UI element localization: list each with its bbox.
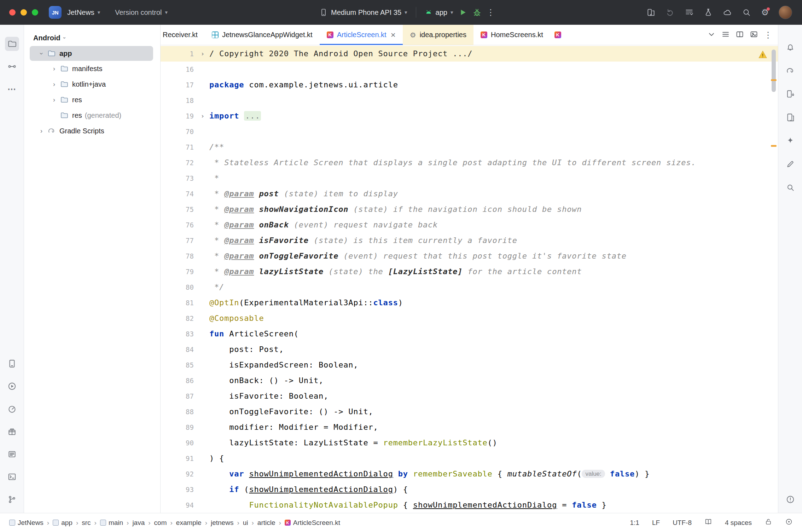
- breadcrumb-item-file[interactable]: K ArticleScreen.kt: [285, 519, 340, 527]
- file-encoding[interactable]: UTF-8: [673, 519, 692, 527]
- code-line-79[interactable]: 79 * @param lazyListState (state) the [L…: [161, 264, 778, 279]
- debug-button[interactable]: [472, 8, 482, 17]
- terminal-icon[interactable]: [5, 470, 19, 484]
- code-line-73[interactable]: 73 *: [161, 170, 778, 186]
- tab-receiver[interactable]: Receiver.kt: [161, 25, 205, 45]
- warning-triangle-icon[interactable]: [758, 50, 767, 59]
- lock-icon[interactable]: [765, 518, 772, 527]
- device-selector[interactable]: Medium Phone API 35 ▾: [319, 8, 407, 17]
- code-line-90[interactable]: 90 lazyListState: LazyListState = rememb…: [161, 435, 778, 451]
- editor[interactable]: 1›/ Copyright 2020 The Android Open Sour…: [161, 45, 778, 513]
- running-devices-icon[interactable]: [783, 110, 797, 125]
- code-line-94[interactable]: 94 FunctionalityNotAvailablePopup { show…: [161, 497, 778, 513]
- breadcrumb-item[interactable]: ui: [243, 519, 248, 527]
- more-run-actions-button[interactable]: ⋮: [487, 8, 495, 17]
- reader-mode-icon[interactable]: [704, 518, 712, 527]
- code-line-86[interactable]: 86 onBack: () -> Unit,: [161, 373, 778, 388]
- close-tab-icon[interactable]: ×: [391, 31, 396, 39]
- run-tool-icon[interactable]: [5, 379, 19, 393]
- device-manager-icon[interactable]: [783, 87, 797, 101]
- version-control-icon[interactable]: [5, 492, 19, 507]
- tab-home-screens[interactable]: K HomeScreens.kt: [473, 25, 550, 45]
- chevron-collapsed-icon[interactable]: ›: [50, 96, 59, 104]
- settings-icon[interactable]: ⚙: [761, 8, 769, 17]
- chevron-expanded-icon[interactable]: ›: [38, 49, 45, 58]
- tree-item-res-generated[interactable]: res (generated): [24, 108, 160, 123]
- chevron-collapsed-icon[interactable]: ›: [50, 81, 59, 88]
- breadcrumb-item[interactable]: example: [176, 519, 202, 527]
- avatar[interactable]: [779, 6, 792, 19]
- more-tools-icon[interactable]: ⋯: [5, 82, 19, 96]
- chevron-collapsed-icon[interactable]: ›: [37, 127, 46, 135]
- code-line-85[interactable]: 85 isExpandedScreen: Boolean,: [161, 357, 778, 373]
- run-config-selector[interactable]: app ▾: [425, 8, 453, 17]
- code-line-17[interactable]: 17package com.example.jetnews.ui.article: [161, 77, 778, 93]
- code-line-16[interactable]: 16: [161, 62, 778, 77]
- problems-icon[interactable]: [783, 492, 797, 507]
- logcat-icon[interactable]: [5, 447, 19, 461]
- fold-toggle-icon[interactable]: ›: [196, 46, 209, 62]
- gemini-icon[interactable]: [783, 134, 797, 148]
- code-line-84[interactable]: 84 post: Post,: [161, 342, 778, 357]
- code-line-18[interactable]: 18: [161, 93, 778, 108]
- code-line-93[interactable]: 93 if (showUnimplementedActionDialog) {: [161, 482, 778, 497]
- cloud-sync-icon[interactable]: [723, 8, 732, 17]
- profiler-icon[interactable]: [5, 402, 19, 416]
- breadcrumb-item[interactable]: main: [100, 519, 123, 527]
- chevron-collapsed-icon[interactable]: ›: [50, 65, 59, 73]
- app-inspection-icon[interactable]: [783, 180, 797, 195]
- breadcrumb-item[interactable]: src: [82, 519, 91, 527]
- breadcrumb-item-module[interactable]: app: [53, 519, 72, 527]
- image-preview-icon[interactable]: [750, 30, 758, 40]
- run-button[interactable]: [458, 8, 467, 17]
- breadcrumb-item[interactable]: article: [257, 519, 275, 527]
- inspections-icon[interactable]: [785, 518, 793, 527]
- code-line-91[interactable]: 91) {: [161, 451, 778, 466]
- code-line-19[interactable]: 19›import ...: [161, 108, 778, 124]
- code-line-76[interactable]: 76 * @param onBack (event) request navig…: [161, 217, 778, 233]
- project-view-selector[interactable]: Android ›: [24, 30, 160, 46]
- code-line-92[interactable]: 92 var showUnimplementedActionDialog by …: [161, 466, 778, 482]
- code-line-83[interactable]: 83fun ArticleScreen(: [161, 326, 778, 342]
- breadcrumb-item-project[interactable]: JetNews: [9, 519, 43, 527]
- indent-config[interactable]: 4 spaces: [725, 519, 752, 527]
- warning-stripe-mark[interactable]: [771, 145, 777, 147]
- tree-item-kotlin-java[interactable]: › kotlin+java: [24, 76, 160, 92]
- split-editor-icon[interactable]: [736, 30, 744, 40]
- scrollbar-thumb[interactable]: [772, 50, 776, 92]
- code-line-77[interactable]: 77 * @param isFavorite (state) is this i…: [161, 233, 778, 248]
- code-line-82[interactable]: 82@Composable: [161, 311, 778, 326]
- chevron-down-icon[interactable]: [707, 30, 716, 40]
- zoom-window-button[interactable]: [32, 9, 38, 16]
- tree-item-manifests[interactable]: › manifests: [24, 61, 160, 76]
- device-mirror-icon[interactable]: [646, 8, 656, 17]
- code-line-89[interactable]: 89 modifier: Modifier = Modifier,: [161, 420, 778, 435]
- notifications-icon[interactable]: [783, 40, 797, 54]
- version-control-menu[interactable]: Version control ▾: [115, 8, 168, 17]
- code-line-71[interactable]: 71/**: [161, 139, 778, 155]
- code-line-78[interactable]: 78 * @param onToggleFavorite (event) req…: [161, 248, 778, 264]
- tab-clipped[interactable]: K: [550, 25, 566, 45]
- minimize-window-button[interactable]: [21, 9, 27, 16]
- tab-jetnews-glance-app-widget[interactable]: JetnewsGlanceAppWidget.kt: [205, 25, 320, 45]
- project-selector[interactable]: JetNews ▾: [67, 8, 100, 17]
- code-line-70[interactable]: 70: [161, 124, 778, 139]
- tests-flask-icon[interactable]: [704, 8, 713, 17]
- close-window-button[interactable]: [9, 9, 16, 16]
- search-icon[interactable]: [742, 8, 751, 17]
- code-line-80[interactable]: 80 */: [161, 279, 778, 295]
- tree-item-app[interactable]: › app: [30, 46, 153, 61]
- code-line-75[interactable]: 75 * @param showNavigationIcon (state) i…: [161, 202, 778, 217]
- compose-preview-icon[interactable]: [783, 157, 797, 171]
- code-line-81[interactable]: 81@OptIn(ExperimentalMaterial3Api::class…: [161, 295, 778, 311]
- tree-item-gradle-scripts[interactable]: › Gradle Scripts: [24, 123, 160, 139]
- caret-position[interactable]: 1:1: [630, 519, 639, 527]
- task-list-icon[interactable]: [685, 8, 694, 17]
- commit-tool-icon[interactable]: [5, 59, 19, 74]
- project-tool-icon[interactable]: [5, 37, 19, 51]
- tree-item-res[interactable]: › res: [24, 92, 160, 108]
- code-line-88[interactable]: 88 onToggleFavorite: () -> Unit,: [161, 404, 778, 420]
- tab-list-icon[interactable]: [721, 30, 730, 40]
- fold-toggle-icon[interactable]: ›: [196, 108, 209, 124]
- tab-article-screen[interactable]: K ArticleScreen.kt ×: [320, 25, 403, 45]
